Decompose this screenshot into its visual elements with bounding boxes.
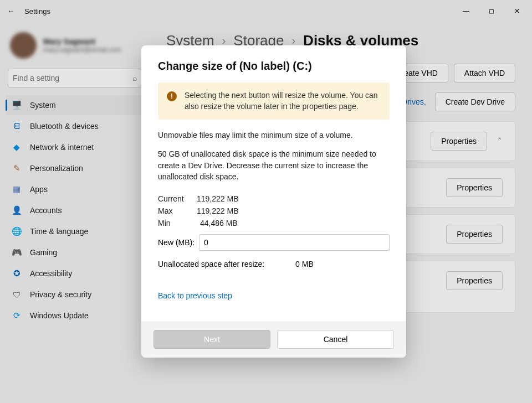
unallocated-value: 0 MB <box>295 260 314 268</box>
max-label: Max <box>158 206 197 215</box>
new-size-label: New (MB): <box>158 238 199 247</box>
current-value: 119,222 MB <box>197 194 239 203</box>
dialog-text-1: Unmovable files may limit the minimum si… <box>158 130 390 141</box>
min-value: 44,486 MB <box>200 219 238 228</box>
warning-box: ! Selecting the next button will resize … <box>158 82 390 120</box>
dialog-title: Change size of (No label) (C:) <box>158 60 390 73</box>
new-size-input[interactable] <box>199 234 390 251</box>
resize-dialog: Change size of (No label) (C:) ! Selecti… <box>141 45 406 358</box>
next-button[interactable]: Next <box>154 330 270 349</box>
current-label: Current <box>158 194 197 203</box>
min-label: Min <box>158 219 197 228</box>
warning-text: Selecting the next button will resize th… <box>185 90 381 112</box>
unallocated-label: Unallocated space after resize: <box>158 260 264 268</box>
cancel-button[interactable]: Cancel <box>277 330 394 349</box>
dialog-text-2: 50 GB of unallocated disk space is the m… <box>158 148 390 182</box>
max-value: 119,222 MB <box>197 206 239 215</box>
back-link[interactable]: Back to previous step <box>158 291 232 300</box>
warning-icon: ! <box>167 91 177 101</box>
